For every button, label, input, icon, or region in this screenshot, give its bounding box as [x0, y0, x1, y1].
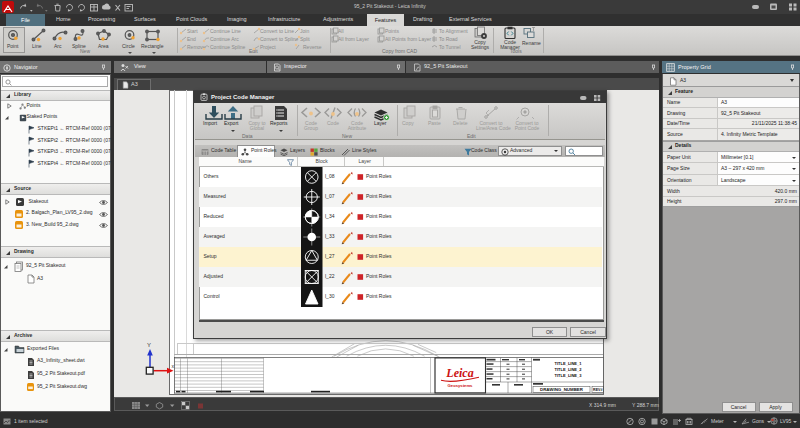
- svg-text:DRAWING_NUMBER: DRAWING_NUMBER: [540, 388, 584, 393]
- svg-text:x: x: [172, 363, 175, 369]
- svg-text:Leica: Leica: [445, 366, 473, 380]
- svg-text:TITLE_LINE_2: TITLE_LINE_2: [554, 367, 582, 372]
- svg-text:TITLE_LINE_3: TITLE_LINE_3: [554, 373, 582, 378]
- svg-text:Y: Y: [147, 342, 151, 348]
- svg-text:Geosystems: Geosystems: [447, 383, 473, 388]
- svg-text:REV#: REV#: [593, 388, 602, 392]
- svg-text:TITLE_LINE_1: TITLE_LINE_1: [554, 361, 582, 366]
